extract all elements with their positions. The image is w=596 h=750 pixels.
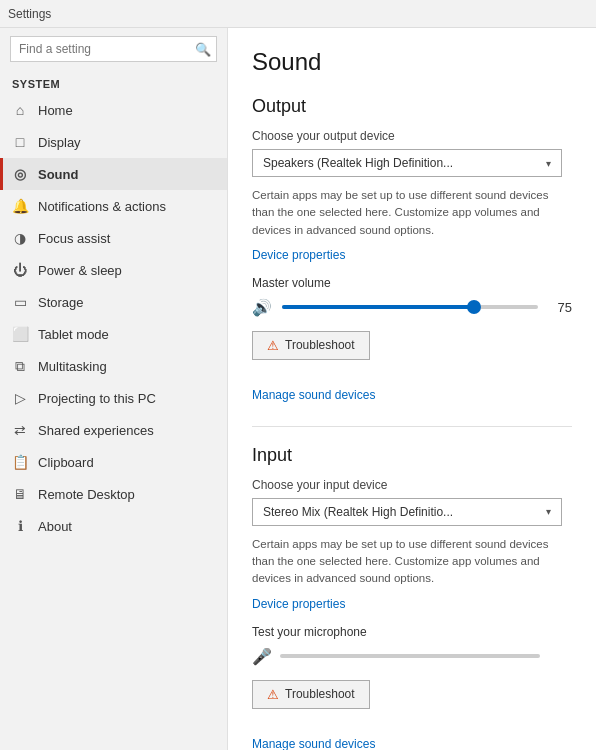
output-manage-link[interactable]: Manage sound devices — [252, 388, 375, 402]
input-description: Certain apps may be set up to use differ… — [252, 536, 572, 588]
chevron-down-icon: ▾ — [546, 506, 551, 517]
output-device-properties-link[interactable]: Device properties — [252, 248, 345, 262]
projecting-icon: ▷ — [12, 390, 28, 406]
top-bar: Settings — [0, 0, 596, 28]
clipboard-icon: 📋 — [12, 454, 28, 470]
input-section-title: Input — [252, 445, 572, 466]
input-manage-link[interactable]: Manage sound devices — [252, 737, 375, 751]
mic-level-bar — [280, 654, 540, 658]
chevron-down-icon: ▾ — [546, 158, 551, 169]
sidebar-item-label: Remote Desktop — [38, 487, 135, 502]
sidebar-item-label: Focus assist — [38, 231, 110, 246]
sidebar-item-label: Home — [38, 103, 73, 118]
speaker-icon: 🔊 — [252, 298, 272, 317]
sidebar-item-label: Notifications & actions — [38, 199, 166, 214]
display-icon: □ — [12, 134, 28, 150]
sidebar-item-about[interactable]: ℹ About — [0, 510, 227, 542]
sidebar: 🔍 System ⌂ Home □ Display ◎ Sound 🔔 Noti… — [0, 28, 228, 750]
sidebar-item-home[interactable]: ⌂ Home — [0, 94, 227, 126]
sidebar-item-power[interactable]: ⏻ Power & sleep — [0, 254, 227, 286]
input-troubleshoot-button[interactable]: ⚠ Troubleshoot — [252, 680, 370, 709]
about-icon: ℹ — [12, 518, 28, 534]
tablet-icon: ⬜ — [12, 326, 28, 342]
output-section-title: Output — [252, 96, 572, 117]
main-container: 🔍 System ⌂ Home □ Display ◎ Sound 🔔 Noti… — [0, 28, 596, 750]
storage-icon: ▭ — [12, 294, 28, 310]
sidebar-item-label: Display — [38, 135, 81, 150]
sidebar-item-projecting[interactable]: ▷ Projecting to this PC — [0, 382, 227, 414]
volume-slider-thumb[interactable] — [467, 300, 481, 314]
page-title: Sound — [252, 48, 572, 76]
output-troubleshoot-label: Troubleshoot — [285, 338, 355, 352]
sidebar-item-label: Power & sleep — [38, 263, 122, 278]
multitasking-icon: ⧉ — [12, 358, 28, 374]
input-device-value: Stereo Mix (Realtek High Definitio... — [263, 505, 453, 519]
sound-icon: ◎ — [12, 166, 28, 182]
sidebar-item-label: Storage — [38, 295, 84, 310]
section-divider — [252, 426, 572, 427]
output-description: Certain apps may be set up to use differ… — [252, 187, 572, 239]
input-device-label: Choose your input device — [252, 478, 572, 492]
output-device-dropdown[interactable]: Speakers (Realtek High Definition... ▾ — [252, 149, 562, 177]
input-troubleshoot-label: Troubleshoot — [285, 687, 355, 701]
top-bar-title: Settings — [8, 7, 51, 21]
home-icon: ⌂ — [12, 102, 28, 118]
sidebar-item-display[interactable]: □ Display — [0, 126, 227, 158]
shared-icon: ⇄ — [12, 422, 28, 438]
sidebar-item-focus[interactable]: ◑ Focus assist — [0, 222, 227, 254]
search-icon: 🔍 — [195, 42, 211, 57]
sidebar-item-notifications[interactable]: 🔔 Notifications & actions — [0, 190, 227, 222]
mic-test-label: Test your microphone — [252, 625, 572, 639]
volume-value: 75 — [548, 300, 572, 315]
remote-icon: 🖥 — [12, 486, 28, 502]
input-device-dropdown[interactable]: Stereo Mix (Realtek High Definitio... ▾ — [252, 498, 562, 526]
sidebar-item-shared[interactable]: ⇄ Shared experiences — [0, 414, 227, 446]
sidebar-item-label: Sound — [38, 167, 78, 182]
volume-slider-fill — [282, 305, 474, 309]
power-icon: ⏻ — [12, 262, 28, 278]
volume-slider[interactable] — [282, 305, 538, 309]
sidebar-item-multitasking[interactable]: ⧉ Multitasking — [0, 350, 227, 382]
sidebar-item-label: Clipboard — [38, 455, 94, 470]
sidebar-item-label: Shared experiences — [38, 423, 154, 438]
warning-icon: ⚠ — [267, 338, 279, 353]
output-device-label: Choose your output device — [252, 129, 572, 143]
sidebar-system-label: System — [0, 70, 227, 94]
input-device-properties-link[interactable]: Device properties — [252, 597, 345, 611]
sidebar-item-remote[interactable]: 🖥 Remote Desktop — [0, 478, 227, 510]
sidebar-item-label: Multitasking — [38, 359, 107, 374]
sidebar-search-container: 🔍 — [10, 36, 217, 62]
warning-icon: ⚠ — [267, 687, 279, 702]
sidebar-item-sound[interactable]: ◎ Sound — [0, 158, 227, 190]
notifications-icon: 🔔 — [12, 198, 28, 214]
focus-icon: ◑ — [12, 230, 28, 246]
volume-row: 🔊 75 — [252, 298, 572, 317]
sidebar-item-tablet[interactable]: ⬜ Tablet mode — [0, 318, 227, 350]
output-troubleshoot-button[interactable]: ⚠ Troubleshoot — [252, 331, 370, 360]
sidebar-item-clipboard[interactable]: 📋 Clipboard — [0, 446, 227, 478]
volume-label: Master volume — [252, 276, 572, 290]
mic-row: 🎤 — [252, 647, 572, 666]
content-area: Sound Output Choose your output device S… — [228, 28, 596, 750]
sidebar-item-label: Tablet mode — [38, 327, 109, 342]
microphone-icon: 🎤 — [252, 647, 272, 666]
search-input[interactable] — [10, 36, 217, 62]
sidebar-item-storage[interactable]: ▭ Storage — [0, 286, 227, 318]
output-device-value: Speakers (Realtek High Definition... — [263, 156, 453, 170]
sidebar-item-label: About — [38, 519, 72, 534]
sidebar-item-label: Projecting to this PC — [38, 391, 156, 406]
